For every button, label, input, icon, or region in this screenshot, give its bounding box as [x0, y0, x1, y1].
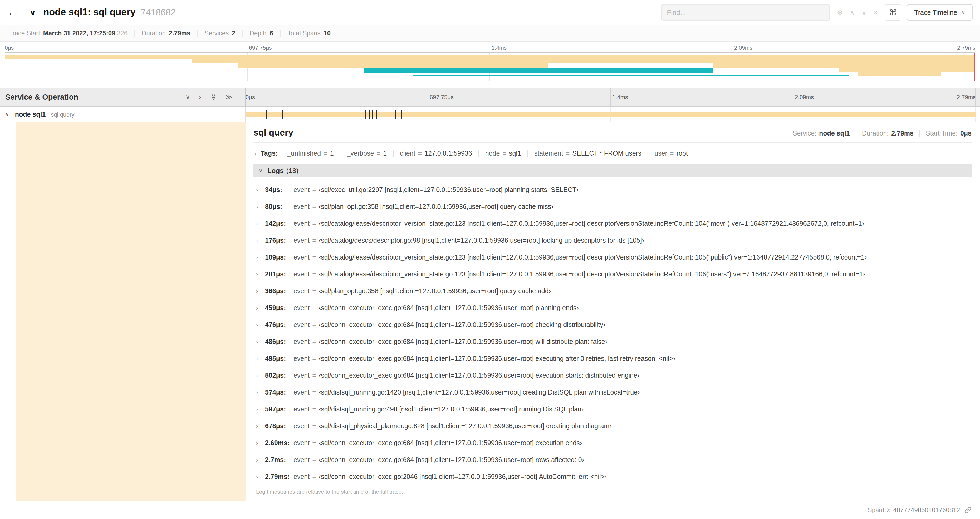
double-chevron-down-icon[interactable]: ≫	[210, 93, 217, 100]
chevron-right-icon: ›	[256, 440, 265, 446]
summary-value: 10	[323, 30, 331, 37]
log-field-value: ‹sql/conn_executor_exec.go:684 [nsql1,cl…	[319, 304, 579, 312]
span-detail-title-row: sql query Service:node sql1 Duration:2.7…	[253, 126, 972, 143]
tag-item[interactable]: node=sql1	[479, 150, 528, 157]
log-row[interactable]: ›80μs:event=‹sql/plan_opt.go:358 [nsql1,…	[253, 198, 972, 215]
summary-item: Services2	[197, 30, 243, 37]
log-field-key: event	[293, 372, 310, 379]
log-row[interactable]: ›189μs:event=‹sql/catalog/lease/descript…	[253, 249, 972, 266]
log-timestamp: 597μs:	[265, 406, 293, 413]
log-row[interactable]: ›574μs:event=‹sql/distsql_running.go:142…	[253, 384, 972, 401]
tag-item[interactable]: _verbose=1	[340, 150, 394, 157]
header-actions: ⊕ ∧ ∨ × ⌘ Trace Timeline ∨	[661, 4, 973, 21]
log-row[interactable]: ›459μs:event=‹sql/conn_executor_exec.go:…	[253, 300, 972, 316]
log-row[interactable]: ›2.69ms:event=‹sql/conn_executor_exec.go…	[253, 434, 972, 452]
chevron-down-icon: ∨	[961, 10, 965, 15]
chevron-right-icon: ›	[256, 372, 265, 379]
log-row[interactable]: ›176μs:event=‹sql/catalog/descs/descript…	[253, 232, 972, 249]
log-row[interactable]: ›678μs:event=‹sql/distsql_physical_plann…	[253, 418, 972, 434]
log-equals: =	[312, 254, 316, 261]
span-row-name-cell: ∨ node sql1 sql query	[0, 107, 245, 122]
log-timestamp: 201μs:	[265, 271, 293, 278]
log-field-value: ‹sql/catalog/lease/descriptor_version_st…	[319, 254, 867, 261]
log-row[interactable]: ›486μs:event=‹sql/conn_executor_exec.go:…	[253, 333, 972, 350]
log-event-tick	[375, 110, 375, 119]
log-event-tick	[401, 110, 402, 119]
chevron-right-icon: ›	[255, 150, 256, 156]
time-scale-label: 697.75μs	[249, 44, 272, 51]
next-match-icon[interactable]: ∨	[861, 8, 867, 16]
grid-line	[610, 88, 611, 106]
span-duration-bar[interactable]	[245, 112, 976, 117]
tag-value: 1	[330, 150, 334, 157]
find-box	[661, 4, 830, 21]
tag-item[interactable]: _unfinished=1	[281, 150, 340, 157]
log-row[interactable]: ›495μs:event=‹sql/conn_executor_exec.go:…	[253, 350, 972, 367]
trace-view-dropdown[interactable]: Trace Timeline ∨	[907, 4, 973, 21]
log-row[interactable]: ›597μs:event=‹sql/distsql_running.go:498…	[253, 401, 972, 418]
find-input[interactable]	[667, 8, 824, 16]
meta-duration: Duration:2.79ms	[856, 130, 920, 137]
chevron-right-icon: ›	[256, 322, 265, 328]
summary-value: 2	[232, 30, 235, 37]
log-field-key: event	[293, 254, 310, 261]
chevron-down-icon: ∨	[259, 168, 262, 173]
tag-item[interactable]: user=root	[648, 150, 694, 157]
tag-item[interactable]: client=127.0.0.1:59936	[394, 150, 479, 157]
summary-label: Depth	[250, 30, 267, 37]
collapse-trace-chevron-icon[interactable]: ∨	[30, 8, 36, 17]
log-timestamp: 142μs:	[265, 220, 293, 227]
log-event-tick	[377, 110, 377, 119]
span-row[interactable]: ∨ node sql1 sql query	[0, 107, 980, 122]
chevron-right-icon: ›	[256, 389, 265, 396]
log-row[interactable]: ›2.7ms:event=‹sql/conn_executor_exec.go:…	[253, 452, 972, 468]
trace-id: 7418682	[141, 7, 175, 18]
collapse-span-chevron-icon[interactable]: ∨	[5, 111, 9, 117]
scrubber-line[interactable]	[974, 53, 975, 81]
logs-header[interactable]: ∨ Logs (18)	[253, 163, 972, 177]
time-scale-label: 0μs	[245, 94, 255, 100]
prev-match-icon[interactable]: ∧	[850, 8, 854, 16]
tag-key: _unfinished	[287, 150, 321, 157]
grid-line	[793, 88, 793, 106]
keyboard-shortcuts-button[interactable]: ⌘	[885, 4, 902, 21]
clear-find-icon[interactable]: ×	[873, 8, 877, 16]
time-scale-label: 2.79ms	[957, 94, 976, 100]
tags-row[interactable]: › Tags: _unfinished=1_verbose=1client=12…	[253, 148, 972, 159]
summary-value: 6	[270, 30, 273, 37]
span-timeline-cell[interactable]	[245, 107, 980, 122]
log-equals: =	[312, 473, 316, 481]
log-field-key: event	[293, 186, 310, 193]
log-field-key: event	[293, 456, 310, 464]
log-event-tick	[949, 110, 950, 119]
log-field-key: event	[293, 220, 310, 227]
chevron-right-icon: ›	[256, 356, 265, 362]
double-chevron-right-icon[interactable]: ≫	[226, 93, 232, 101]
minimap-span-bar	[238, 63, 548, 67]
log-equals: =	[312, 406, 316, 413]
page-title: node sql1: sql query	[43, 7, 135, 18]
log-event-tick	[423, 110, 423, 119]
time-scale-label: 1.4ms	[492, 44, 507, 51]
tag-equals: =	[377, 150, 381, 157]
log-row[interactable]: ›201μs:event=‹sql/catalog/lease/descript…	[253, 266, 972, 283]
log-field-value: ‹sql/conn_executor_exec.go:684 [nsql1,cl…	[319, 338, 607, 345]
log-row[interactable]: ›2.79ms:event=‹sql/conn_executor_exec.go…	[253, 468, 972, 485]
focus-match-icon[interactable]: ⊕	[837, 8, 843, 16]
link-icon[interactable]	[964, 506, 972, 513]
log-row[interactable]: ›366μs:event=‹sql/plan_opt.go:358 [nsql1…	[253, 283, 972, 300]
log-row[interactable]: ›34μs:event=‹sql/exec_util.go:2297 [nsql…	[253, 181, 972, 198]
tag-item[interactable]: statement=SELECT * FROM users	[528, 150, 648, 157]
tag-equals: =	[418, 150, 422, 157]
chevron-down-icon[interactable]: ∨	[186, 93, 190, 101]
time-scale-label: 2.79ms	[957, 44, 975, 51]
summary-label: Duration	[142, 30, 166, 37]
back-button[interactable]: ←	[7, 6, 23, 18]
logs-footer-note: Log timestamps are relative to the start…	[256, 489, 972, 495]
log-row[interactable]: ›476μs:event=‹sql/conn_executor_exec.go:…	[253, 316, 972, 333]
log-row[interactable]: ›502μs:event=‹sql/conn_executor_exec.go:…	[253, 367, 972, 384]
minimap-canvas[interactable]	[5, 52, 975, 81]
chevron-right-icon[interactable]: ›	[199, 93, 201, 101]
log-row[interactable]: ›142μs:event=‹sql/catalog/lease/descript…	[253, 215, 972, 232]
timeline-header: 0μs697.75μs1.4ms2.09ms2.79ms	[245, 88, 980, 106]
